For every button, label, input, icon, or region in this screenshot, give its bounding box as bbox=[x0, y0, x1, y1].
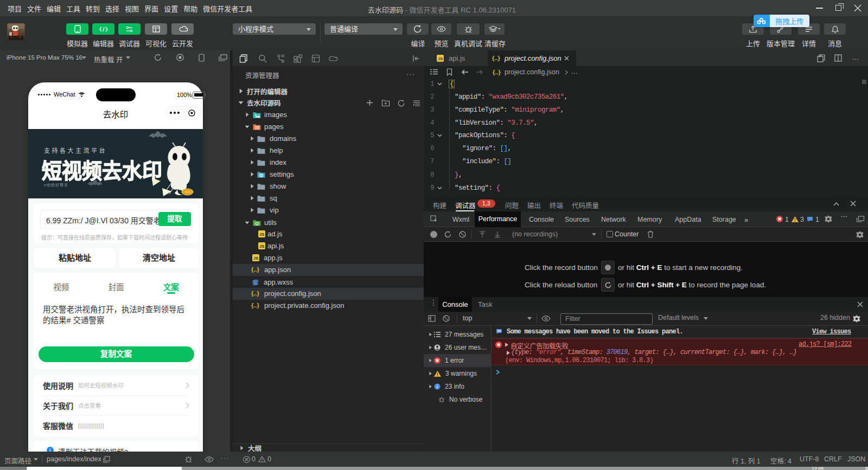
svg-text:JS: JS bbox=[259, 232, 264, 237]
svg-text:JS: JS bbox=[253, 256, 258, 261]
svg-text:JS: JS bbox=[438, 56, 443, 61]
svg-text:JS: JS bbox=[259, 244, 264, 249]
